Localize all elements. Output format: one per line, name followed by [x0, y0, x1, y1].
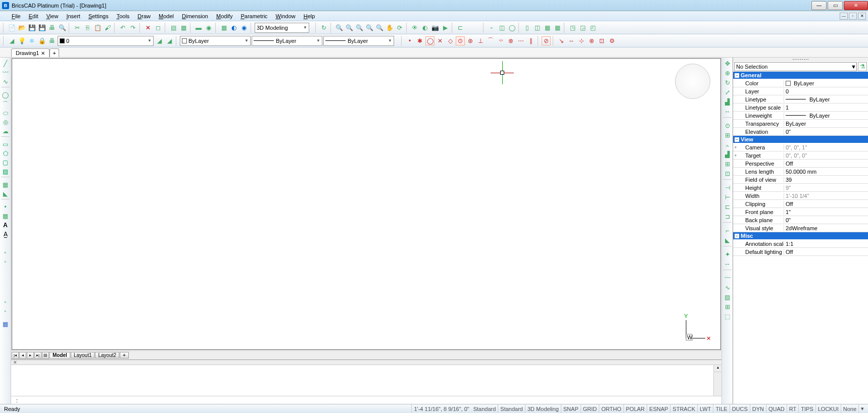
stretch-icon[interactable]: ↔: [724, 108, 732, 116]
point-icon[interactable]: •: [2, 203, 10, 211]
tab-drawing1[interactable]: Drawing1 ✕: [11, 48, 50, 57]
layer-bulb-icon[interactable]: 💡: [17, 36, 26, 45]
snap-end-icon[interactable]: •: [405, 36, 414, 45]
rotate-icon[interactable]: ↻: [724, 79, 732, 87]
status-tips[interactable]: TIPS: [798, 404, 815, 413]
prop-row[interactable]: ClippingOff: [733, 200, 868, 208]
matchprop-icon[interactable]: 🖌: [103, 23, 112, 32]
chamfer-icon[interactable]: ◣: [724, 236, 732, 244]
sheets-icon[interactable]: ▦: [219, 23, 228, 32]
cut-icon[interactable]: ✂: [73, 23, 82, 32]
menu-insert[interactable]: Insert: [62, 12, 84, 20]
layout-first-button[interactable]: |◂: [12, 352, 19, 359]
scale-icon[interactable]: ⤢: [724, 88, 732, 96]
workspace-dropdown[interactable]: 3D Modeling ▼: [255, 23, 309, 33]
snap-cen-icon[interactable]: ◯: [425, 36, 435, 45]
status-snap[interactable]: SNAP: [561, 404, 581, 413]
status-arrow-icon[interactable]: ▾: [858, 404, 866, 413]
prop-row[interactable]: Height9": [733, 184, 868, 192]
menu-modify[interactable]: Modify: [212, 12, 236, 20]
layout-last-button[interactable]: ▸|: [34, 352, 41, 359]
linetype-dropdown[interactable]: ByLayer ▼: [252, 36, 322, 46]
polygon-icon[interactable]: ⬠: [2, 149, 10, 158]
spline-icon[interactable]: ∿: [2, 78, 10, 86]
regen-icon[interactable]: ↻: [319, 23, 328, 32]
model-canvas[interactable]: Y ✕ W: [12, 58, 721, 350]
rect-icon[interactable]: ▭: [2, 140, 10, 148]
preview-icon[interactable]: 🔍: [58, 23, 67, 32]
prop-row[interactable]: Front plane1": [733, 208, 868, 216]
menu-dimension[interactable]: Dimension: [178, 12, 212, 20]
status-lwt[interactable]: LWT: [697, 404, 713, 413]
text-icon[interactable]: A: [2, 221, 10, 229]
status-standard[interactable]: Standard: [471, 404, 498, 413]
menu-draw[interactable]: Draw: [133, 12, 155, 20]
fillet-icon[interactable]: ⌐: [724, 227, 732, 235]
status-rt[interactable]: RT: [787, 404, 798, 413]
hatchedit-icon[interactable]: ▨: [724, 293, 732, 301]
prop-row[interactable]: PerspectiveOff: [733, 160, 868, 168]
status-standard[interactable]: Standard: [498, 404, 525, 413]
join-icon[interactable]: ⊐: [724, 213, 732, 221]
block-icon[interactable]: ▫: [2, 248, 10, 256]
delete-icon[interactable]: ✕: [143, 23, 153, 32]
solid1-icon[interactable]: ◳: [568, 23, 577, 32]
layer-lock-icon[interactable]: 🔒: [37, 36, 46, 45]
status-ducs[interactable]: DUCS: [730, 404, 750, 413]
table-icon[interactable]: ▦: [2, 212, 10, 220]
prop-row[interactable]: Annotation scale1:1: [733, 240, 868, 248]
render-icon[interactable]: ◐: [229, 23, 238, 32]
wipeout-icon[interactable]: ▫: [2, 298, 10, 306]
prop-row[interactable]: Linetype scale1: [733, 104, 868, 112]
lengthen-icon[interactable]: ↔: [724, 260, 732, 268]
offset-icon[interactable]: ⊙: [724, 122, 732, 130]
copy-icon[interactable]: ⎘: [83, 23, 92, 32]
visualstyle-icon[interactable]: ▶: [441, 23, 450, 32]
line-icon[interactable]: ╱: [2, 60, 10, 68]
snap-m2p-icon[interactable]: ↔: [567, 36, 576, 45]
snap-quad-icon[interactable]: ◇: [446, 36, 455, 45]
status-3dmodeling[interactable]: 3D Modeling: [525, 404, 561, 413]
panel-grip[interactable]: ⋯⋯⋯: [733, 58, 868, 62]
array3d-icon[interactable]: ⊞: [724, 160, 732, 168]
explorer-icon[interactable]: ▦: [179, 23, 188, 32]
mirror-icon[interactable]: ▟: [724, 98, 732, 106]
ellipse-icon[interactable]: ⬭: [2, 109, 10, 117]
status-polar[interactable]: POLAR: [623, 404, 647, 413]
zoom-window-icon[interactable]: 🔍: [365, 23, 374, 32]
zoom-in-icon[interactable]: 🔍: [334, 23, 344, 32]
prop-group-view[interactable]: −View: [733, 136, 868, 143]
prop-row[interactable]: Field of view39: [733, 176, 868, 184]
status-tile[interactable]: TILE: [713, 404, 729, 413]
close-button[interactable]: ✕: [844, 1, 868, 10]
mdi-close-button[interactable]: ✕: [858, 13, 866, 20]
align-icon[interactable]: ⫠: [724, 141, 732, 149]
arraypath-icon[interactable]: ⊡: [724, 170, 732, 178]
saveall-icon[interactable]: 💾: [37, 23, 46, 32]
vp2-icon[interactable]: ◫: [533, 23, 542, 32]
tab-close-icon[interactable]: ✕: [41, 50, 45, 56]
arrayedit-icon[interactable]: ⊞: [724, 303, 732, 311]
mdi-minimize-button[interactable]: —: [840, 13, 848, 20]
solid2-icon[interactable]: ◲: [578, 23, 587, 32]
ucs-icon[interactable]: ⊏: [456, 23, 465, 32]
break-icon[interactable]: ⊏: [724, 203, 732, 211]
orbit-icon[interactable]: ⟳: [395, 23, 404, 32]
layer-iso-icon[interactable]: ◢: [165, 36, 174, 45]
viewport-icon[interactable]: ▬: [194, 23, 203, 32]
status-esnap[interactable]: ESNAP: [647, 404, 670, 413]
prop-row[interactable]: +Camera0", 0", 1": [733, 143, 868, 151]
mdi-restore-button[interactable]: ▫: [849, 13, 857, 20]
menu-tools[interactable]: Tools: [113, 12, 134, 20]
tab-layout2[interactable]: Layout2: [95, 352, 119, 358]
view-compass[interactable]: [675, 64, 710, 99]
status-strack[interactable]: STRACK: [670, 404, 697, 413]
prop-row[interactable]: Visual style2dWireframe: [733, 224, 868, 232]
prop-row[interactable]: +Target0", 0", 0": [733, 151, 868, 160]
menu-file[interactable]: File: [8, 12, 25, 20]
maximize-button[interactable]: ▭: [828, 1, 843, 10]
snap-from-icon[interactable]: ↘: [557, 36, 566, 45]
layer-dropdown[interactable]: 0 ▼: [58, 36, 154, 46]
layer-manager-icon[interactable]: ◢: [7, 36, 16, 45]
color-dropdown[interactable]: ByLayer ▼: [180, 36, 251, 46]
